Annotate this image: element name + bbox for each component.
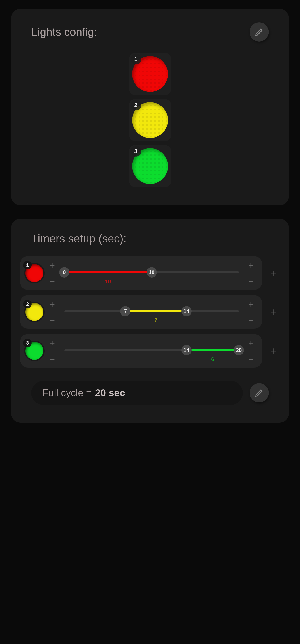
light-badge: 2 [131,100,141,110]
timers-list: 1+−01010+−+2+−7147+−+3+−14206+−+ [20,256,280,368]
end-stepper: +− [246,260,255,286]
slider-range [125,310,186,312]
range-slider[interactable]: 01010 [60,262,243,284]
lights-config-title-row: Lights config: [31,22,269,42]
slider-thumb-start[interactable]: 0 [59,267,69,278]
timer-light[interactable]: 1 [24,263,45,283]
light-badge: 3 [131,146,141,156]
range-slider[interactable]: 14206 [60,340,243,362]
end-stepper: +− [246,338,255,364]
full-cycle-value: 20 sec [95,387,125,398]
timer-badge: 1 [23,261,32,270]
minus-icon[interactable]: − [248,316,253,325]
light-box-green[interactable]: 3 [129,145,171,188]
timer-card: 1+−01010+− [20,256,262,290]
add-row-button[interactable]: + [267,266,280,280]
start-stepper: +− [48,299,57,325]
slider-thumb-start[interactable]: 14 [181,345,192,355]
plus-icon[interactable]: + [50,261,55,270]
add-row-button[interactable]: + [267,344,280,358]
full-cycle-prefix: Full cycle = [42,387,92,398]
light-box-red[interactable]: 1 [129,53,171,95]
start-stepper: +− [48,260,57,286]
timer-badge: 3 [23,339,32,347]
range-slider[interactable]: 7147 [60,301,243,323]
timers-title: Timers setup (sec): [31,232,126,245]
range-span-label: 6 [211,356,214,362]
timers-panel: Timers setup (sec): 1+−01010+−+2+−7147+−… [11,219,289,422]
lights-config-panel: Lights config: 123 [11,9,289,205]
light-box-yellow[interactable]: 2 [129,99,171,141]
timer-row-3: 3+−14206+−+ [20,334,280,368]
timer-light[interactable]: 2 [24,302,45,322]
slider-range [64,271,152,274]
range-span-label: 10 [105,278,111,285]
minus-icon[interactable]: − [50,277,55,286]
minus-icon[interactable]: − [50,355,55,364]
plus-icon[interactable]: + [248,339,253,348]
slider-thumb-start[interactable]: 7 [120,306,130,316]
minus-icon[interactable]: − [50,316,55,325]
pencil-icon [254,27,264,37]
plus-icon[interactable]: + [248,300,253,308]
add-row-button[interactable]: + [267,305,280,319]
lights-config-title: Lights config: [31,26,97,38]
timer-row-2: 2+−7147+−+ [20,295,280,329]
slider-thumb-end[interactable]: 14 [181,306,192,316]
slider-thumb-end[interactable]: 10 [147,267,157,278]
timers-title-row: Timers setup (sec): [31,232,269,245]
plus-icon[interactable]: + [50,300,55,308]
full-cycle-pill: Full cycle = 20 sec [31,381,243,405]
timer-light[interactable]: 3 [24,340,45,361]
start-stepper: +− [48,338,57,364]
minus-icon[interactable]: − [248,355,253,364]
minus-icon[interactable]: − [248,277,253,286]
range-span-label: 7 [154,317,157,324]
edit-cycle-button[interactable] [250,383,269,402]
plus-icon[interactable]: + [248,261,253,270]
slider-range [187,349,239,351]
timer-card: 2+−7147+− [20,295,262,329]
traffic-light-column: 123 [31,53,269,188]
slider-thumb-end[interactable]: 20 [234,345,244,355]
end-stepper: +− [246,299,255,325]
timer-badge: 2 [23,300,32,308]
edit-lights-button[interactable] [250,22,269,42]
light-badge: 1 [131,54,141,64]
timer-card: 3+−14206+− [20,334,262,368]
full-cycle-row: Full cycle = 20 sec [31,381,269,405]
plus-icon[interactable]: + [50,339,55,348]
timer-row-1: 1+−01010+−+ [20,256,280,290]
pencil-icon [254,388,264,398]
